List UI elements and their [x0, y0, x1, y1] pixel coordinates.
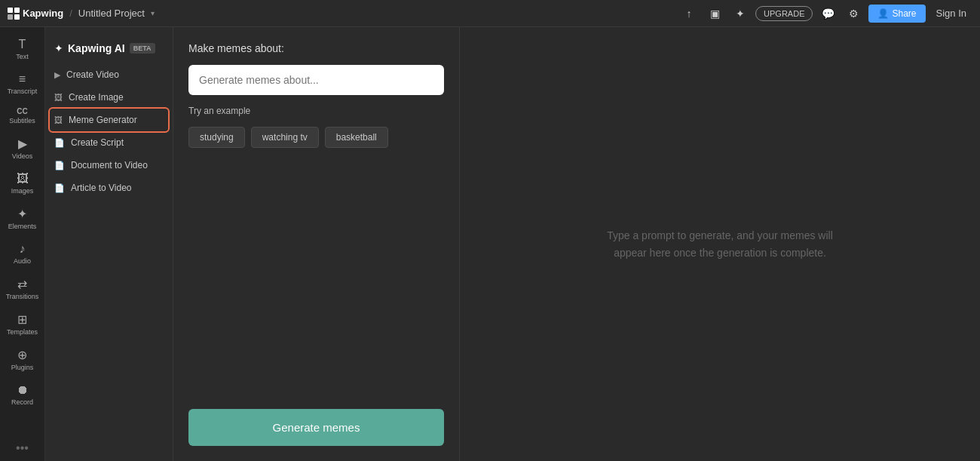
upload-button[interactable]: ↑ [678, 3, 700, 24]
meme-panel-title: Make memes about: [188, 42, 444, 54]
sidebar-item-plugins[interactable]: ⊕ Plugins [3, 343, 42, 376]
canvas-hint: Type a prompt to generate, and your meme… [599, 227, 841, 261]
meme-generator-label: Meme Generator [69, 115, 137, 125]
panel-item-create-image[interactable]: 🖼 Create Image [45, 86, 173, 109]
panel-sidebar: ✦ Kapwing AI BETA ▶ Create Video 🖼 Creat… [45, 27, 173, 461]
panel-header: ✦ Kapwing AI BETA [45, 36, 173, 63]
transcript-icon: ≡ [19, 72, 26, 86]
main-area: T Text ≡ Transcript CC Subtitles ▶ Video… [0, 27, 980, 461]
brand-name: Kapwing [23, 8, 63, 19]
chip-watching-tv[interactable]: watching tv [251, 127, 319, 148]
create-script-label: Create Script [71, 137, 124, 148]
article-to-video-label: Article to Video [71, 183, 132, 193]
logo: Kapwing [8, 8, 63, 20]
panel-item-doc-to-video[interactable]: 📄 Document to Video [45, 154, 173, 177]
panel-title: Kapwing AI [68, 42, 125, 54]
beta-badge: BETA [130, 43, 155, 54]
sidebar-item-record[interactable]: ⏺ Record [3, 379, 42, 410]
panel-item-meme-generator[interactable]: 🖼 Meme Generator [50, 109, 168, 131]
icon-rail: T Text ≡ Transcript CC Subtitles ▶ Video… [0, 27, 45, 461]
preview-button[interactable]: ▣ [704, 3, 725, 24]
create-image-label: Create Image [69, 92, 124, 103]
sidebar-item-audio[interactable]: ♪ Audio [3, 238, 42, 269]
templates-icon: ⊞ [17, 312, 27, 327]
sidebar-item-videos[interactable]: ▶ Videos [3, 132, 42, 164]
topbar-actions: ↑ ▣ ✦ UPGRADE 💬 ⚙ 👤 Share Sign In [678, 3, 972, 24]
meme-prompt-input[interactable] [188, 65, 444, 95]
sidebar-item-transcript[interactable]: ≡ Transcript [3, 68, 42, 100]
settings-button[interactable]: ⚙ [843, 3, 864, 24]
ai-sparkle-icon: ✦ [54, 42, 63, 54]
sidebar-item-text[interactable]: T Text [3, 33, 42, 65]
doc-to-video-label: Document to Video [71, 160, 148, 171]
breadcrumb-sep: / [69, 8, 72, 19]
subtitles-icon: CC [17, 107, 27, 115]
panel-item-article-to-video[interactable]: 📄 Article to Video [45, 177, 173, 199]
share-label: Share [892, 8, 916, 19]
panel-item-create-video[interactable]: ▶ Create Video [45, 63, 173, 86]
upgrade-button[interactable]: UPGRADE [755, 6, 813, 21]
sidebar-item-images[interactable]: 🖼 Images [3, 167, 42, 199]
logo-icon [8, 8, 20, 20]
article-to-video-icon: 📄 [54, 183, 65, 193]
generate-memes-button[interactable]: Generate memes [188, 409, 444, 446]
panel-item-create-script[interactable]: 📄 Create Script [45, 131, 173, 154]
comments-button[interactable]: 💬 [817, 3, 838, 24]
sidebar-item-subtitles[interactable]: CC Subtitles [3, 103, 42, 129]
share-button[interactable]: 👤 Share [868, 5, 925, 23]
more-button[interactable]: ••• [16, 441, 29, 455]
create-image-icon: 🖼 [54, 93, 63, 102]
transitions-icon: ⇄ [17, 277, 27, 291]
record-icon: ⏺ [17, 383, 29, 397]
example-chips: studying watching tv basketball [188, 127, 444, 148]
sidebar-item-templates[interactable]: ⊞ Templates [3, 308, 42, 340]
videos-icon: ▶ [18, 137, 27, 151]
text-icon: T [19, 38, 26, 51]
meme-generator-panel: Make memes about: Try an example studyin… [173, 27, 460, 461]
chip-studying[interactable]: studying [188, 127, 245, 148]
canvas-area: Type a prompt to generate, and your meme… [460, 27, 980, 461]
magic-button[interactable]: ✦ [730, 3, 751, 24]
elements-icon: ✦ [17, 207, 27, 221]
create-video-icon: ▶ [54, 70, 60, 80]
doc-to-video-icon: 📄 [54, 161, 65, 171]
signin-button[interactable]: Sign In [930, 5, 972, 22]
chip-basketball[interactable]: basketball [325, 127, 388, 148]
chevron-down-icon[interactable]: ▾ [151, 9, 155, 17]
content-area: Make memes about: Try an example studyin… [173, 27, 980, 461]
plugins-icon: ⊕ [17, 348, 27, 362]
project-name[interactable]: Untitled Project [78, 8, 145, 19]
meme-generator-icon: 🖼 [54, 115, 63, 124]
images-icon: 🖼 [17, 172, 29, 186]
sidebar-item-elements[interactable]: ✦ Elements [3, 202, 42, 235]
audio-icon: ♪ [20, 242, 26, 256]
try-example-label: Try an example [188, 106, 444, 116]
sidebar-item-transitions[interactable]: ⇄ Transitions [3, 272, 42, 305]
topbar: Kapwing / Untitled Project ▾ ↑ ▣ ✦ UPGRA… [0, 0, 980, 27]
create-video-label: Create Video [66, 69, 119, 80]
share-icon: 👤 [877, 8, 889, 19]
create-script-icon: 📄 [54, 138, 65, 148]
